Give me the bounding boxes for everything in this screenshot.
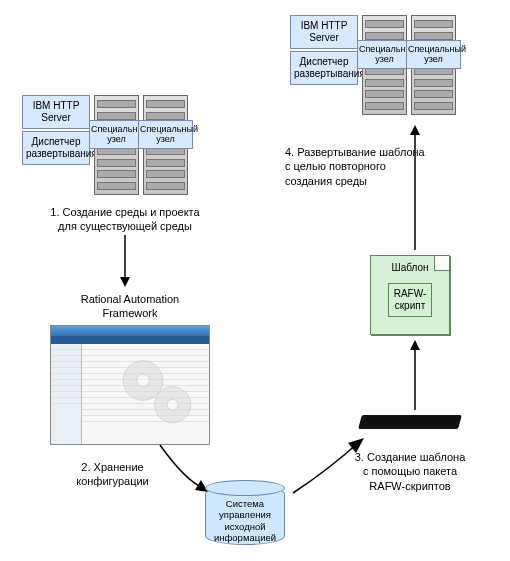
svg-point-3 bbox=[137, 374, 150, 387]
arrow-step2 bbox=[155, 440, 210, 495]
deploy-manager-box: Диспетчерразвертывания bbox=[290, 51, 358, 85]
node-rack-2: Специальныйузел bbox=[143, 95, 188, 195]
node-rack-1: Специальныйузел bbox=[94, 95, 139, 195]
window-sidebar bbox=[51, 344, 82, 444]
http-deploy-stack: IBM HTTPServer Диспетчерразвертывания bbox=[22, 95, 90, 195]
node-rack-1: Специальныйузел bbox=[362, 15, 407, 115]
svg-marker-11 bbox=[410, 125, 420, 135]
note-fold-icon bbox=[434, 256, 449, 271]
ibm-http-server-box: IBM HTTPServer bbox=[22, 95, 90, 129]
build-appliance-icon bbox=[358, 415, 462, 429]
node-label: Специальныйузел bbox=[89, 120, 144, 149]
template-note: Шаблон RAFW-скрипт bbox=[370, 255, 450, 335]
arrow-step1 bbox=[115, 235, 135, 287]
source-environment-cluster: IBM HTTPServer Диспетчерразвертывания Сп… bbox=[22, 95, 188, 195]
step2-caption: 2. Хранениеконфигурации bbox=[65, 460, 160, 489]
http-deploy-stack: IBM HTTPServer Диспетчерразвертывания bbox=[290, 15, 358, 115]
svg-marker-1 bbox=[120, 277, 130, 287]
template-body: RAFW-скрипт bbox=[388, 283, 433, 317]
target-environment-cluster: IBM HTTPServer Диспетчерразвертывания Сп… bbox=[290, 15, 456, 115]
ibm-http-server-box: IBM HTTPServer bbox=[290, 15, 358, 49]
node-label: Специальныйузел bbox=[406, 40, 461, 69]
raf-application-window bbox=[50, 325, 210, 445]
window-titlebar bbox=[51, 326, 209, 336]
workflow-diagram: IBM HTTPServer Диспетчерразвертывания Сп… bbox=[10, 10, 500, 551]
raf-title: Rational AutomationFramework bbox=[65, 292, 195, 321]
svg-marker-9 bbox=[410, 340, 420, 350]
source-control-db: Системауправленияисходнойинформацией bbox=[205, 485, 285, 545]
node-label: Специальныйузел bbox=[357, 40, 412, 69]
arrow-to-template bbox=[405, 340, 425, 410]
window-toolbar bbox=[51, 336, 209, 344]
step3-caption: 3. Создание шаблонас помощью пакетаRAFW-… bbox=[340, 450, 480, 493]
svg-point-5 bbox=[167, 399, 178, 410]
node-rack-2: Специальныйузел bbox=[411, 15, 456, 115]
step1-caption: 1. Создание среды и проектадля существую… bbox=[30, 205, 220, 234]
node-label: Специальныйузел bbox=[138, 120, 193, 149]
step4-caption: 4. Развертывание шаблонас целью повторно… bbox=[285, 145, 445, 188]
deploy-manager-box: Диспетчерразвертывания bbox=[22, 131, 90, 165]
gears-icon bbox=[109, 349, 204, 439]
